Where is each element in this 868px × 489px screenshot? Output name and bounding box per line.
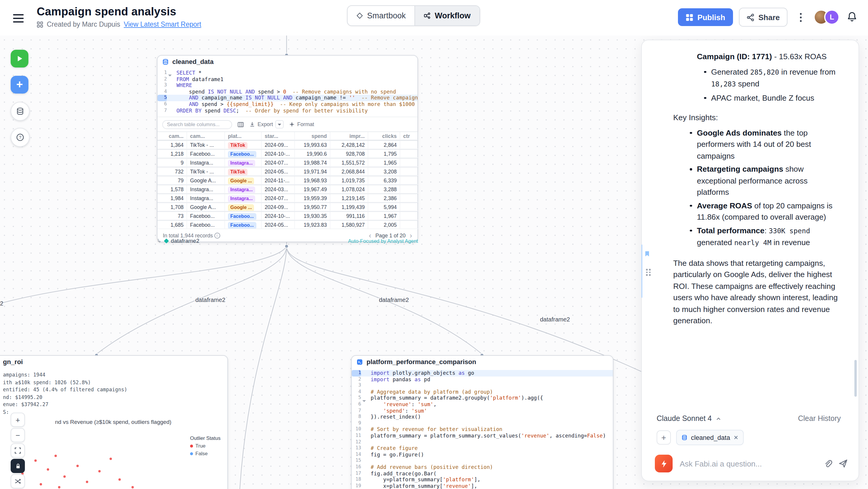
add-context-button[interactable]: + [657, 430, 671, 445]
zoom-out-button[interactable]: − [11, 428, 25, 442]
code-line[interactable]: 13# Create figure [352, 445, 613, 451]
code-line[interactable]: 16# Add revenue bars (positive direction… [352, 464, 613, 470]
table-row[interactable]: 79Google A...Google ...2024-11-...19,968… [157, 176, 417, 185]
code-line[interactable]: 14fig = go.Figure() [352, 451, 613, 458]
export-button[interactable]: Export [249, 120, 284, 128]
column-header[interactable]: clicks [368, 132, 400, 140]
export-chevron-icon[interactable] [275, 120, 284, 128]
code-line[interactable]: 10# Sort by revenue for better visualiza… [352, 427, 613, 433]
column-header[interactable]: cam... [187, 132, 225, 140]
avatar-letter[interactable]: L [824, 9, 840, 25]
table-row[interactable]: 73Faceboo...Faceboo...2024-10-...19,930.… [157, 211, 417, 220]
view-latest-report-link[interactable]: View Latest Smart Report [124, 21, 201, 28]
table-row[interactable]: 1,984Instagra...Instagra...2024-07...19,… [157, 193, 417, 203]
format-button[interactable]: Format [289, 121, 314, 127]
code-line[interactable]: 9 [352, 420, 613, 427]
legend-item[interactable]: True [190, 443, 221, 449]
code-line[interactable]: 3 [352, 383, 613, 389]
tab-workflow[interactable]: Workflow [415, 6, 479, 26]
node-campaign-roi[interactable]: gn_roi ampaigns: 1944ith ≥$10k spend: 10… [0, 355, 228, 489]
code-line[interactable]: 17fig.add_trace(go.Bar( [352, 470, 613, 477]
run-workflow-button[interactable] [11, 50, 28, 67]
node-header[interactable]: platform_performance_comparison [352, 356, 613, 368]
code-line[interactable]: 2import pandas as pd [352, 376, 613, 383]
code-token: ) [603, 433, 606, 439]
code-line[interactable]: 6 'revenue': 'sum', [352, 401, 613, 407]
more-options-button[interactable] [794, 9, 808, 26]
code-line[interactable]: 4 spend IS NOT NULL AND spend > 0 -- Rem… [157, 89, 417, 95]
node-cleaned-data[interactable]: cleaned_data 1SELECT *2FROM dataframe13W… [157, 55, 418, 242]
panel-pin-icon[interactable] [644, 250, 650, 257]
column-header[interactable]: impr... [330, 132, 368, 140]
model-selector[interactable]: Claude Sonnet 4 [657, 415, 722, 423]
column-header[interactable]: star... [262, 132, 295, 140]
panel-drag-handle[interactable] [646, 269, 651, 276]
code-line[interactable]: 7ORDER BY spend DESC; -- Order by spend … [157, 108, 417, 114]
code-line[interactable]: 12 [352, 439, 613, 445]
column-header[interactable]: ctr [400, 132, 418, 140]
table-row[interactable]: 1,364TikTok - ...TikTok2024-09...19,993.… [157, 140, 417, 149]
table-row[interactable]: 1,218Faceboo...Faceboo...2024-10-...19,9… [157, 149, 417, 158]
code-text: # Add revenue bars (positive direction) [371, 464, 493, 470]
legend-item[interactable]: False [190, 451, 221, 456]
top-header: Campaign spend analysis Created by Marc … [0, 0, 868, 35]
node-header[interactable]: cleaned_data [157, 56, 417, 67]
notifications-bell-icon[interactable] [845, 11, 859, 24]
code-line[interactable]: 3WHERE [157, 82, 417, 89]
code-line[interactable]: 6 AND spend > {{spend_limit}} -- Keep on… [157, 101, 417, 108]
panel-scrollbar[interactable] [855, 360, 857, 397]
node-header[interactable]: gn_roi [0, 356, 227, 368]
table-row[interactable]: 1,685Faceboo...Faceboo...2024-05...19,92… [157, 220, 417, 229]
send-message-icon[interactable] [838, 459, 848, 468]
columns-toggle-icon[interactable] [238, 121, 244, 128]
clear-history-button[interactable]: Clear History [798, 415, 841, 423]
help-button[interactable]: ? [11, 128, 30, 147]
code-line[interactable]: 15 [352, 458, 613, 464]
code-text: ORDER BY spend DESC; -- Order by spend f… [177, 108, 368, 114]
lock-button[interactable] [11, 459, 25, 473]
column-header[interactable]: spend [295, 132, 330, 140]
share-button[interactable]: Share [739, 8, 787, 27]
data-sources-button[interactable] [11, 102, 30, 121]
node-platform-performance[interactable]: platform_performance_comparison 1import … [351, 355, 613, 489]
sql-editor[interactable]: 1SELECT *2FROM dataframe13WHERE4 spend I… [157, 67, 417, 117]
code-line[interactable]: 5platform_summary = dataframe2.groupby('… [352, 395, 613, 401]
zoom-in-button[interactable]: + [11, 412, 25, 427]
publish-label: Publish [698, 13, 725, 22]
shuffle-layout-button[interactable] [11, 474, 25, 488]
campaign-id-bold: Campaign (ID: 1771) [697, 52, 772, 61]
search-columns-input[interactable] [162, 120, 232, 129]
add-cell-button[interactable]: + [11, 76, 28, 94]
chevron-up-icon [715, 415, 722, 422]
table-row[interactable]: 1,578Instagra...Instagra...2024-03...19,… [157, 185, 417, 193]
code-line[interactable]: 1SELECT * [157, 70, 417, 76]
code-line[interactable]: 2FROM dataframe1 [157, 76, 417, 82]
code-line[interactable]: 11platform_summary = platform_summary.so… [352, 433, 613, 439]
code-text: 'revenue': 'sum', [371, 401, 436, 407]
table-row[interactable]: 9Instagra...Instagra...2024-07...19,988.… [157, 158, 417, 167]
table-row[interactable]: 1,708Google A...Google ...2024-09...19,9… [157, 203, 417, 211]
column-header[interactable]: plat... [225, 132, 262, 140]
output-dataframe[interactable]: ↳ dataframe2 [157, 237, 199, 244]
table-row[interactable]: 732TikTok - ...TikTok2024-05...19,971.94… [157, 167, 417, 176]
context-chip-cleaned-data[interactable]: cleaned_data [676, 430, 744, 445]
remove-context-icon[interactable] [734, 435, 738, 440]
line-number: 3 [352, 383, 361, 389]
fit-view-button[interactable] [11, 444, 25, 458]
code-line[interactable]: 1import plotly.graph_objects as go [352, 370, 613, 376]
tab-smartbook[interactable]: Smartbook [347, 6, 415, 26]
hamburger-menu-icon[interactable] [13, 14, 24, 23]
attach-file-icon[interactable] [824, 459, 833, 468]
code-line[interactable]: 4# Aggregate data by platform (ad group) [352, 389, 613, 395]
code-line[interactable]: 5 AND campaign_name IS NOT NULL AND camp… [157, 95, 417, 101]
column-header[interactable]: cam... [157, 132, 187, 140]
code-line[interactable]: 7 'spend': 'sum' [352, 407, 613, 414]
ask-question-input[interactable] [679, 459, 818, 468]
bullet-item: Generated 285,820 in revenue from 18,283… [703, 66, 841, 90]
code-line[interactable]: 8}).reset_index() [352, 414, 613, 420]
code-line[interactable]: 19 x=platform_summary['revenue'], [352, 483, 613, 489]
code-line[interactable]: 18 y=platform_summary['platform'], [352, 477, 613, 483]
python-editor[interactable]: 1import plotly.graph_objects as go2impor… [352, 368, 613, 489]
scatter-plot[interactable] [3, 428, 187, 489]
publish-button[interactable]: Publish [678, 8, 733, 26]
